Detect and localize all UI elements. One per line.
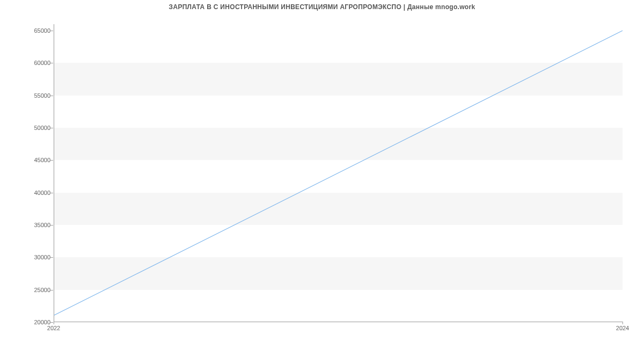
y-tick-label: 55000 bbox=[8, 92, 50, 99]
y-tick-mark bbox=[50, 160, 53, 161]
y-tick-label: 40000 bbox=[8, 190, 50, 196]
line-layer bbox=[54, 24, 623, 322]
y-tick-mark bbox=[50, 128, 53, 128]
y-tick-label: 35000 bbox=[8, 222, 50, 228]
x-tick-mark bbox=[54, 322, 54, 324]
y-tick-label: 50000 bbox=[8, 125, 50, 131]
y-tick-mark bbox=[50, 257, 53, 258]
data-series-line bbox=[54, 31, 623, 315]
y-tick-mark bbox=[50, 96, 53, 96]
y-tick-mark bbox=[50, 31, 53, 31]
y-tick-mark bbox=[50, 63, 53, 63]
chart-title: ЗАРПЛАТА В С ИНОСТРАННЫМИ ИНВЕСТИЦИЯМИ А… bbox=[0, 3, 644, 11]
y-tick-label: 60000 bbox=[8, 60, 50, 66]
x-tick-label: 2024 bbox=[616, 325, 629, 331]
y-tick-mark bbox=[50, 290, 53, 290]
y-tick-mark bbox=[50, 225, 53, 226]
y-tick-label: 65000 bbox=[8, 27, 50, 34]
x-tick-label: 2022 bbox=[47, 325, 60, 331]
y-tick-label: 20000 bbox=[8, 319, 50, 325]
y-tick-mark bbox=[50, 193, 53, 193]
chart-container: ЗАРПЛАТА В С ИНОСТРАННЫМИ ИНВЕСТИЦИЯМИ А… bbox=[0, 0, 644, 349]
y-tick-label: 30000 bbox=[8, 254, 50, 260]
plot-area bbox=[54, 24, 623, 322]
y-tick-label: 45000 bbox=[8, 157, 50, 163]
x-tick-mark bbox=[623, 322, 623, 324]
y-tick-mark bbox=[50, 322, 53, 323]
y-tick-label: 25000 bbox=[8, 287, 50, 293]
